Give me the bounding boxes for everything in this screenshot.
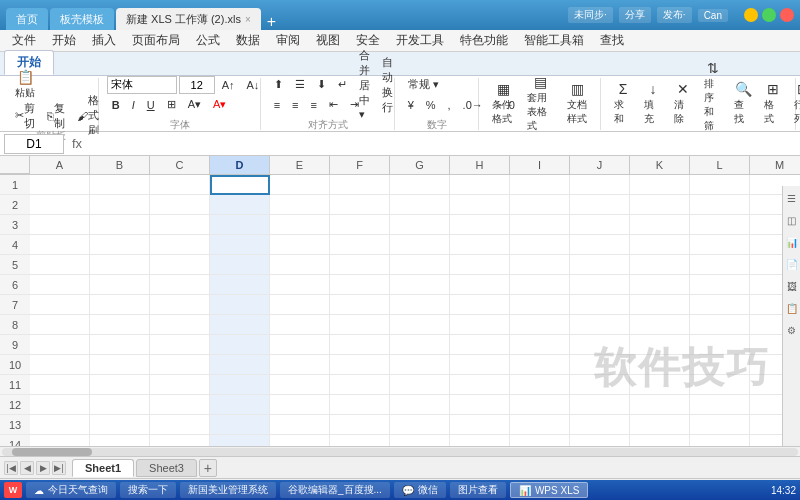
cell-7-3[interactable] [150,295,210,315]
row-header-14[interactable]: 14 [0,435,30,446]
cell-4-9[interactable] [510,235,570,255]
h-scroll-track[interactable] [2,448,798,456]
cell-12-2[interactable] [90,395,150,415]
cell-1-1[interactable] [30,175,90,195]
find-button[interactable]: 🔍 查找 [729,84,757,124]
menu-page-layout[interactable]: 页面布局 [124,30,188,51]
cell-3-2[interactable] [90,215,150,235]
cell-10-11[interactable] [630,355,690,375]
sidebar-icon-6[interactable]: 📋 [784,300,800,316]
cell-4-7[interactable] [390,235,450,255]
tab-workbook-close[interactable]: × [245,14,251,25]
align-top-button[interactable]: ⬆ [269,76,288,94]
cell-13-8[interactable] [450,415,510,435]
menu-smart-tools[interactable]: 智能工具箱 [516,30,592,51]
cell-1-10[interactable] [570,175,630,195]
cell-2-10[interactable] [570,195,630,215]
cell-5-6[interactable] [330,255,390,275]
cell-7-11[interactable] [630,295,690,315]
cell-14-11[interactable] [630,435,690,446]
percent-button[interactable]: % [421,96,441,114]
cell-11-3[interactable] [150,375,210,395]
menu-review[interactable]: 审阅 [268,30,308,51]
row-header-3[interactable]: 3 [0,215,30,235]
cell-12-4[interactable] [210,395,270,415]
bold-button[interactable]: B [107,96,125,114]
fill-button[interactable]: ↓ 填充 [639,84,667,124]
format-painter-button[interactable]: 🖌 格式刷 [72,107,104,125]
font-decrease-button[interactable]: A↓ [242,76,265,94]
font-color-button[interactable]: A▾ [208,96,231,114]
taskbar-baidu[interactable]: 谷歌编辑器_百度搜... [280,482,390,498]
sheet-tab-1[interactable]: Sheet1 [72,459,134,477]
row-col-button[interactable]: ⊟ 行列 [789,84,800,124]
cell-11-11[interactable] [630,375,690,395]
row-header-9[interactable]: 9 [0,335,30,355]
cell-7-5[interactable] [270,295,330,315]
cell-13-4[interactable] [210,415,270,435]
menu-dev-tools[interactable]: 开发工具 [388,30,452,51]
cell-14-12[interactable] [690,435,750,446]
sidebar-icon-3[interactable]: 📊 [784,234,800,250]
cell-14-3[interactable] [150,435,210,446]
indent-increase-button[interactable]: ⇥ [345,96,364,114]
cell-4-1[interactable] [30,235,90,255]
cell-9-11[interactable] [630,335,690,355]
cell-13-1[interactable] [30,415,90,435]
h-scrollbar[interactable] [0,446,800,456]
cell-1-9[interactable] [510,175,570,195]
cell-13-3[interactable] [150,415,210,435]
cell-3-4[interactable] [210,215,270,235]
cell-7-9[interactable] [510,295,570,315]
cell-14-1[interactable] [30,435,90,446]
cell-10-2[interactable] [90,355,150,375]
row-header-1[interactable]: 1 [0,175,30,195]
cell-7-12[interactable] [690,295,750,315]
cell-13-9[interactable] [510,415,570,435]
cell-8-4[interactable] [210,315,270,335]
align-bottom-button[interactable]: ⬇ [312,76,331,94]
cell-10-7[interactable] [390,355,450,375]
cell-7-10[interactable] [570,295,630,315]
font-name-input[interactable] [107,76,177,94]
cell-2-1[interactable] [30,195,90,215]
scroll-prev-button[interactable]: ◀ [20,461,34,475]
sidebar-icon-4[interactable]: 📄 [784,256,800,272]
cell-6-12[interactable] [690,275,750,295]
cell-1-11[interactable] [630,175,690,195]
cell-1-8[interactable] [450,175,510,195]
scroll-next-button[interactable]: ▶ [36,461,50,475]
cell-5-2[interactable] [90,255,150,275]
align-right-button[interactable]: ≡ [306,96,322,114]
cell-13-2[interactable] [90,415,150,435]
cell-13-7[interactable] [390,415,450,435]
cell-3-12[interactable] [690,215,750,235]
cut-button[interactable]: ✂ 剪切 [10,107,40,125]
row-header-5[interactable]: 5 [0,255,30,275]
cell-11-8[interactable] [450,375,510,395]
cell-7-7[interactable] [390,295,450,315]
cell-5-1[interactable] [30,255,90,275]
cell-2-11[interactable] [630,195,690,215]
cell-10-5[interactable] [270,355,330,375]
align-middle-button[interactable]: ☰ [290,76,310,94]
publish-button[interactable]: 发布· [657,7,692,23]
taskbar-weather[interactable]: ☁ 今日天气查询 [26,482,116,498]
cell-12-1[interactable] [30,395,90,415]
tab-workbook[interactable]: 新建 XLS 工作薄 (2).xls × [116,8,261,30]
row-header-11[interactable]: 11 [0,375,30,395]
can-button[interactable]: Can [698,9,728,22]
scroll-last-button[interactable]: ▶| [52,461,66,475]
cell-9-4[interactable] [210,335,270,355]
cell-12-6[interactable] [330,395,390,415]
cell-6-9[interactable] [510,275,570,295]
cell-9-8[interactable] [450,335,510,355]
cell-4-6[interactable] [330,235,390,255]
row-header-13[interactable]: 13 [0,415,30,435]
font-size-input[interactable] [179,76,215,94]
cell-10-4[interactable] [210,355,270,375]
cell-6-11[interactable] [630,275,690,295]
cell-1-7[interactable] [390,175,450,195]
tab-home[interactable]: 首页 [6,8,48,30]
cell-10-1[interactable] [30,355,90,375]
